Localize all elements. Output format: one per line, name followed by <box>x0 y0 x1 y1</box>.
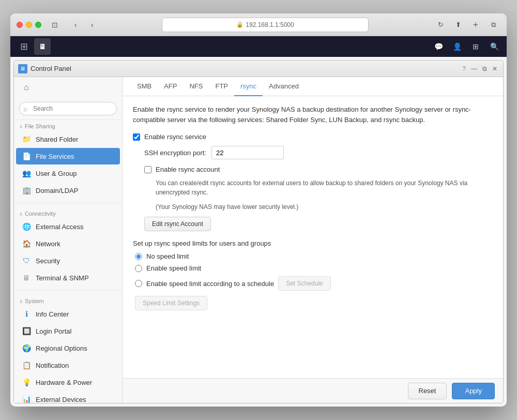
apply-button[interactable]: Apply <box>452 383 495 399</box>
sidebar-item-security[interactable]: 🛡 Security <box>16 252 120 269</box>
enable-account-checkbox[interactable] <box>144 166 151 173</box>
close-traffic-light[interactable] <box>17 22 23 28</box>
rsync-options-indent: SSH encryption port: Enable rsync accoun… <box>144 146 493 231</box>
lock-icon: 🔒 <box>236 21 244 28</box>
speed-limit-radio-group: No speed limit Enable speed limit <box>135 252 493 291</box>
schedule-limit-label[interactable]: Enable speed limit according to a schedu… <box>146 280 274 288</box>
regional-options-icon: 🌍 <box>21 343 32 353</box>
schedule-limit-radio[interactable] <box>135 280 142 287</box>
nas-taskbar: ⊞ 🖥 💬 👤 ⊞ 🔍 <box>10 36 507 57</box>
sidebar-item-terminal-snmp[interactable]: 🖥 Terminal & SNMP <box>16 269 120 286</box>
ssh-port-label: SSH encryption port: <box>144 149 206 157</box>
hardware-power-icon: 💡 <box>21 377 32 387</box>
cp-title-buttons: — ⧉ ✕ <box>470 65 499 73</box>
external-access-icon: 🌐 <box>21 221 32 232</box>
cp-help-button[interactable]: ? <box>462 65 466 72</box>
sidebar-item-network[interactable]: 🏠 Network <box>16 235 120 252</box>
maximize-traffic-light[interactable] <box>35 22 41 28</box>
account-note-line2: (Your Synology NAS may have lower securi… <box>156 202 493 212</box>
enable-limit-label[interactable]: Enable speed limit <box>146 264 201 272</box>
tab-rsync[interactable]: rsync <box>234 77 263 96</box>
user-group-icon: 👥 <box>21 168 32 178</box>
minimize-traffic-light[interactable] <box>26 22 32 28</box>
sidebar-search-section <box>14 98 122 120</box>
home-icon[interactable]: ⌂ <box>19 80 34 95</box>
enable-rsync-checkbox[interactable] <box>133 133 140 141</box>
browser-actions: ↻ ⬆ + ⧉ <box>433 18 500 32</box>
account-note: You can create/edit rsync accounts for e… <box>156 178 493 212</box>
enable-limit-radio[interactable] <box>135 265 142 272</box>
ssh-port-input[interactable] <box>211 146 284 159</box>
no-limit-radio[interactable] <box>135 253 142 260</box>
no-limit-label[interactable]: No speed limit <box>146 252 189 260</box>
schedule-limit-row: Enable speed limit according to a schedu… <box>135 276 493 291</box>
tabs-bar: SMB AFP NFS FTP rsync <box>123 77 503 96</box>
network-icon: 🏠 <box>21 238 32 249</box>
sidebar-item-user-group[interactable]: 👥 User & Group <box>16 165 120 182</box>
app-container: ⊞ 🖥 💬 👤 ⊞ 🔍 🖥 Control Panel ? <box>10 36 507 407</box>
speed-limit-section: Set up rsync speed limits for users and … <box>133 239 493 310</box>
sidebar-item-regional-options[interactable]: 🌍 Regional Options <box>16 340 120 356</box>
sidebar-item-notification[interactable]: 📋 Notification <box>16 357 120 373</box>
info-center-icon: ℹ <box>21 309 32 319</box>
taskbar-left: ⊞ 🖥 <box>16 38 51 55</box>
security-icon: 🛡 <box>21 256 32 266</box>
rsync-description: Enable the rsync service to render your … <box>133 104 493 125</box>
system-header: System <box>14 295 122 305</box>
url-text: 192.168.1.1:5000 <box>246 21 294 28</box>
browser-window: ⊡ ‹ › 🔒 192.168.1.1:5000 ↻ ⬆ + ⧉ ⊞ 🖥 💬 <box>10 13 507 407</box>
domain-icon: 🏢 <box>21 185 32 196</box>
tab-smb[interactable]: SMB <box>131 77 158 96</box>
tab-nfs[interactable]: NFS <box>183 77 209 96</box>
sidebar-item-domain-ldap[interactable]: 🏢 Domain/LDAP <box>16 182 120 199</box>
taskbar-search-icon[interactable]: 🔍 <box>487 39 501 54</box>
tab-advanced[interactable]: Advanced <box>263 77 305 96</box>
reload-button[interactable]: ↻ <box>433 18 448 32</box>
cp-minimize-button[interactable]: — <box>470 65 478 73</box>
enable-rsync-label[interactable]: Enable rsync service <box>144 133 206 141</box>
cp-close-button[interactable]: ✕ <box>491 65 499 73</box>
url-bar[interactable]: 🔒 192.168.1.1:5000 <box>162 18 369 32</box>
notification-icon: 📋 <box>21 360 32 370</box>
new-tab-button[interactable]: + <box>468 18 483 32</box>
taskbar-user-icon[interactable]: 👤 <box>450 39 464 54</box>
cp-title-icon: 🖥 <box>18 64 27 73</box>
taskbar-right: 💬 👤 ⊞ 🔍 <box>431 39 501 54</box>
tabs-button[interactable]: ⧉ <box>486 18 500 32</box>
back-button[interactable]: ‹ <box>68 18 83 32</box>
shared-folder-icon: 📁 <box>21 134 32 144</box>
cp-footer: Reset Apply <box>123 378 503 403</box>
main-panel: SMB AFP NFS FTP rsync <box>123 77 503 403</box>
edit-rsync-account-button[interactable]: Edit rsync Account <box>144 217 211 231</box>
sidebar-item-shared-folder[interactable]: 📁 Shared Folder <box>16 131 120 147</box>
sidebar-toggle-button[interactable]: ⊡ <box>48 18 62 32</box>
taskbar-cp-icon[interactable]: 🖥 <box>34 38 51 55</box>
sidebar-item-external-devices[interactable]: 📊 External Devices <box>16 391 120 403</box>
taskbar-apps-icon[interactable]: ⊞ <box>468 39 483 54</box>
taskbar-chat-icon[interactable]: 💬 <box>431 39 446 54</box>
sidebar-item-hardware-power[interactable]: 💡 Hardware & Power <box>16 374 120 391</box>
speed-limit-title: Set up rsync speed limits for users and … <box>133 239 493 247</box>
sidebar-item-file-services[interactable]: 📄 File Services <box>16 148 120 164</box>
reset-button[interactable]: Reset <box>408 383 447 399</box>
enable-rsync-row: Enable rsync service <box>133 133 493 141</box>
account-note-line1: You can create/edit rsync accounts for e… <box>156 178 493 197</box>
sidebar-item-external-access[interactable]: 🌐 External Access <box>16 218 120 235</box>
taskbar-grid-icon[interactable]: ⊞ <box>16 38 32 55</box>
cp-restore-button[interactable]: ⧉ <box>480 65 489 73</box>
share-button[interactable]: ⬆ <box>451 18 465 32</box>
enable-speed-limit-row: Enable speed limit <box>135 264 493 272</box>
tab-ftp[interactable]: FTP <box>209 77 234 96</box>
sidebar-item-login-portal[interactable]: 🔲 Login Portal <box>16 323 120 339</box>
tab-afp[interactable]: AFP <box>158 77 183 96</box>
speed-limit-settings-button[interactable]: Speed Limit Settings <box>135 296 207 310</box>
enable-account-label[interactable]: Enable rsync account <box>156 166 220 173</box>
search-input[interactable] <box>19 102 117 115</box>
forward-button[interactable]: › <box>85 18 99 32</box>
connectivity-header: Connectivity <box>14 207 122 218</box>
browser-controls: ⊡ ‹ › <box>48 18 99 32</box>
set-schedule-button[interactable]: Set Schedule <box>278 276 330 291</box>
sidebar-home-row: ⌂ <box>14 77 122 98</box>
sidebar-item-info-center[interactable]: ℹ Info Center <box>16 306 120 322</box>
divider-1 <box>14 203 122 203</box>
